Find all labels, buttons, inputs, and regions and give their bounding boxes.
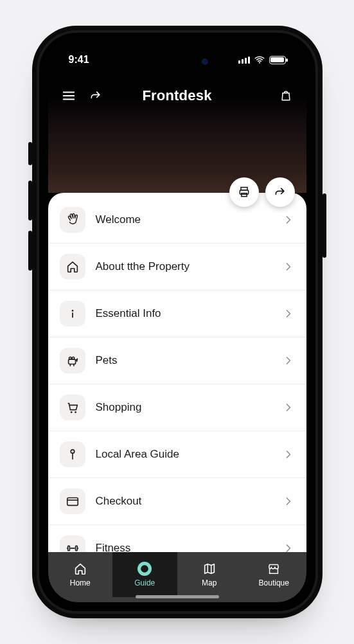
side-button — [323, 193, 326, 258]
menu-button[interactable] — [60, 87, 78, 105]
map-tab-icon — [202, 562, 217, 576]
printer-icon — [238, 186, 251, 199]
boutique-tab-icon — [267, 562, 281, 576]
app-bar: Frontdesk — [48, 83, 306, 109]
tab-label: Map — [202, 578, 217, 587]
card-icon — [60, 488, 85, 514]
status-time: 9:41 — [69, 54, 89, 66]
menu-icon — [62, 89, 76, 103]
battery-icon — [269, 56, 286, 64]
tab-map[interactable]: Map — [177, 552, 242, 597]
chevron-right-icon — [282, 401, 295, 414]
list-item-shopping[interactable]: Shopping — [48, 384, 306, 431]
list-item-pets[interactable]: Pets — [48, 337, 306, 384]
list-item-label: Essential Info — [96, 307, 272, 320]
chevron-right-icon — [282, 448, 295, 461]
pet-icon — [60, 348, 85, 373]
list-item-checkout[interactable]: Checkout — [48, 478, 306, 525]
list-item-label: About tthe Property — [96, 260, 272, 273]
share-icon — [89, 89, 102, 102]
chevron-right-icon — [282, 354, 295, 367]
list-item-local-area[interactable]: Local Area Guide — [48, 431, 306, 478]
wifi-icon — [254, 54, 265, 66]
wave-icon — [60, 207, 85, 233]
phone-mockup: 9:41 Frontdesk — [39, 33, 315, 611]
dynamic-island — [139, 51, 216, 73]
info-icon — [60, 301, 85, 326]
tab-home[interactable]: Home — [48, 552, 113, 597]
info-tab-icon — [137, 562, 152, 576]
tab-boutique[interactable]: Boutique — [242, 552, 306, 597]
cart-icon — [60, 395, 85, 420]
tab-guide[interactable]: Guide — [112, 552, 177, 597]
tab-label: Home — [70, 578, 91, 587]
list-item-label: Welcome — [96, 213, 272, 226]
cellular-icon — [238, 56, 250, 64]
content-sheet: Welcome About tthe Property Essential In… — [48, 193, 306, 557]
print-button[interactable] — [229, 177, 259, 207]
home-icon — [60, 254, 85, 280]
side-button — [28, 142, 32, 165]
tab-label: Boutique — [259, 578, 289, 587]
chevron-right-icon — [282, 495, 295, 508]
list-item-essential-info[interactable]: Essential Info — [48, 291, 306, 337]
chevron-right-icon — [282, 260, 295, 273]
side-button — [28, 231, 32, 271]
side-button — [28, 181, 32, 220]
hero-share-button[interactable] — [265, 177, 295, 207]
tab-label: Guide — [134, 578, 155, 587]
list-item-label: Checkout — [96, 495, 272, 508]
chevron-right-icon — [282, 213, 295, 226]
screen: 9:41 Frontdesk — [48, 42, 306, 602]
home-tab-icon — [73, 562, 87, 576]
list-item-about-property[interactable]: About tthe Property — [48, 244, 306, 291]
share-icon — [274, 186, 287, 199]
share-button[interactable] — [87, 87, 105, 105]
shopping-bag-icon — [279, 89, 292, 102]
home-indicator[interactable] — [136, 595, 219, 598]
guide-list: Welcome About tthe Property Essential In… — [48, 193, 306, 557]
chevron-right-icon — [282, 307, 295, 320]
list-item-label: Local Area Guide — [96, 448, 272, 461]
list-item-label: Shopping — [96, 401, 272, 414]
list-item-label: Pets — [96, 354, 272, 367]
bag-button[interactable] — [277, 87, 295, 105]
pin-icon — [60, 442, 85, 467]
